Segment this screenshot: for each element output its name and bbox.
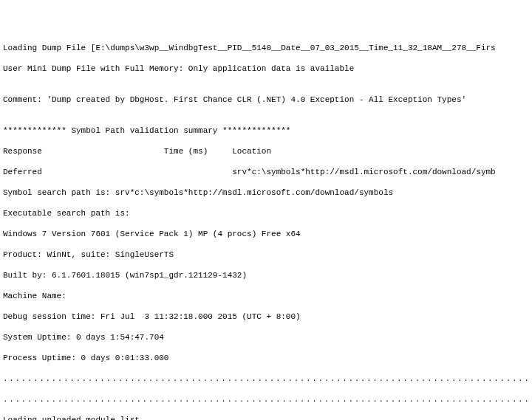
output-line: Executable search path is: — [3, 208, 529, 218]
output-line: Symbol search path is: srv*c:\symbols*ht… — [3, 187, 529, 198]
progress-dots: ........................................… — [3, 394, 529, 404]
output-line: Comment: 'Dump created by DbgHost. First… — [3, 94, 529, 105]
output-line: Product: WinNt, suite: SingleUserTS — [3, 249, 529, 260]
output-line: Machine Name: — [3, 291, 529, 301]
output-line: Loading Dump File [E:\dumps\w3wp__Windbg… — [3, 43, 529, 53]
output-line: User Mini Dump File with Full Memory: On… — [3, 63, 529, 74]
output-line: Built by: 6.1.7601.18015 (win7sp1_gdr.12… — [3, 270, 529, 280]
output-line: ************* Symbol Path validation sum… — [3, 125, 529, 136]
output-line: Process Uptime: 0 days 0:01:33.000 — [3, 353, 529, 363]
output-line: Loading unloaded module list — [3, 415, 529, 420]
output-line: Debug session time: Fri Jul 3 11:32:18.0… — [3, 311, 529, 322]
output-line: System Uptime: 0 days 1:54:47.704 — [3, 332, 529, 342]
output-line: Response Time (ms) Location — [3, 146, 529, 156]
output-line: Deferred srv*c:\symbols*http://msdl.micr… — [3, 167, 529, 177]
progress-dots: ........................................… — [3, 373, 529, 384]
output-line: Windows 7 Version 7601 (Service Pack 1) … — [3, 229, 529, 239]
